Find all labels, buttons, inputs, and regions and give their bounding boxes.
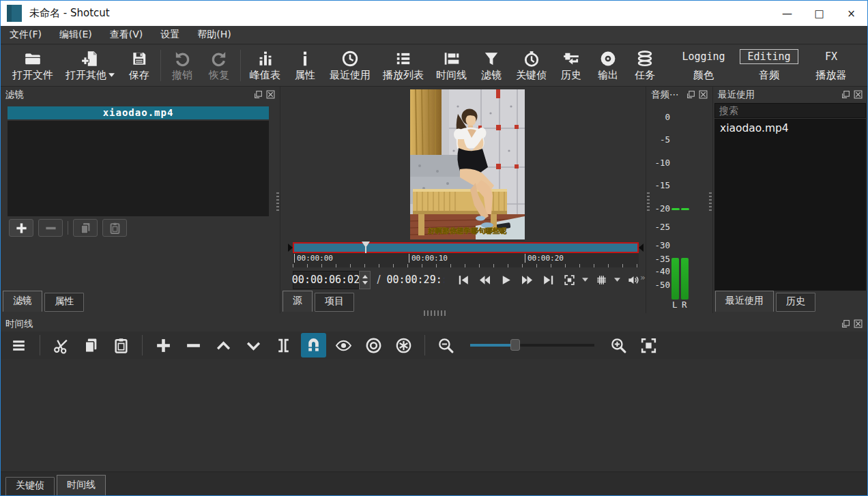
paste-button[interactable] — [108, 333, 134, 358]
trim-out-handle[interactable] — [639, 244, 643, 252]
timeline-button[interactable]: 时间线 — [430, 48, 473, 83]
cut-button[interactable] — [48, 333, 74, 358]
undo-button[interactable]: 撤销 — [164, 48, 201, 83]
ripple-delete-button[interactable] — [181, 333, 206, 358]
player-tab-source[interactable]: 源 — [283, 291, 313, 312]
recent-button[interactable]: 最近使用 — [323, 48, 377, 83]
remove-filter-button[interactable] — [38, 219, 63, 237]
properties-button[interactable]: 属性 — [287, 48, 323, 83]
menu-icon — [10, 337, 27, 354]
maximize-button[interactable]: □ — [803, 1, 835, 26]
current-time-field[interactable]: 00:00:06:02 — [293, 271, 359, 289]
skip-to-start-button[interactable] — [454, 272, 473, 288]
timeline-menu-button[interactable] — [6, 333, 31, 358]
video-subtitle: 好啊那你想学哪句哪些呢 — [427, 227, 507, 235]
skip-to-end-button[interactable] — [538, 272, 558, 288]
ripple-toggle-button[interactable] — [361, 333, 386, 358]
menu-edit[interactable]: 编辑(E) — [50, 26, 101, 44]
split-button[interactable] — [271, 333, 296, 358]
grid-menu-caret[interactable] — [613, 272, 622, 288]
time-spinner[interactable] — [359, 271, 371, 289]
zoom-menu-caret[interactable] — [581, 272, 590, 288]
spin-down-icon[interactable] — [362, 281, 368, 285]
redo-button[interactable]: 恢复 — [201, 48, 237, 83]
overwrite-button[interactable] — [241, 333, 266, 358]
layout-color[interactable]: 颜色 — [693, 69, 714, 82]
zoom-fit-button[interactable] — [636, 333, 661, 358]
time-ruler[interactable]: 00:00:0000:00:1000:00:20 — [293, 253, 639, 267]
float-panel-icon[interactable] — [254, 90, 263, 99]
append-button[interactable] — [151, 333, 176, 358]
recent-tab-recent[interactable]: 最近使用 — [715, 291, 774, 312]
export-button[interactable]: 输出 — [590, 48, 626, 83]
keyframes-button[interactable]: 关键侦 — [510, 48, 553, 83]
close-panel-icon[interactable] — [854, 90, 863, 99]
playlist-button[interactable]: 播放列表 — [377, 48, 430, 83]
layout-fx[interactable]: FX — [825, 50, 837, 63]
open-other-button[interactable]: 打开其他 — [59, 48, 121, 83]
scrub-bar[interactable] — [293, 242, 639, 253]
close-panel-icon[interactable] — [699, 90, 708, 99]
toolbar-overflow-indicator[interactable]: » — [640, 272, 646, 282]
trim-in-handle[interactable] — [288, 244, 293, 252]
bottom-tab-timeline[interactable]: 时间线 — [57, 475, 106, 496]
plus-icon — [15, 222, 28, 235]
timeline-tracks-area[interactable] — [1, 359, 867, 471]
minimize-button[interactable]: — — [771, 1, 803, 26]
snap-toggle-button[interactable] — [301, 333, 326, 358]
bottom-tab-keyframes[interactable]: 关键侦 — [5, 477, 55, 496]
selected-range[interactable] — [293, 242, 639, 253]
menu-settings[interactable]: 设置 — [151, 26, 188, 44]
fast-forward-button[interactable] — [517, 272, 536, 288]
export-label: 输出 — [598, 69, 618, 82]
lift-button[interactable] — [211, 333, 236, 358]
search-input[interactable] — [714, 103, 866, 118]
spin-up-icon[interactable] — [362, 275, 368, 278]
copy-filters-button[interactable] — [73, 219, 98, 237]
scrub-while-dragging-button[interactable] — [331, 333, 356, 358]
open-file-button[interactable]: 打开文件 — [6, 48, 59, 83]
add-filter-button[interactable] — [9, 219, 33, 237]
recent-list-item[interactable]: xiaodao.mp4 — [714, 119, 866, 138]
timeline-zoom-slider[interactable] — [470, 333, 594, 358]
filters-list[interactable] — [8, 121, 269, 216]
grid-button[interactable] — [592, 272, 611, 288]
menu-view[interactable]: 查看(V) — [101, 26, 152, 44]
jobs-button[interactable]: 任务 — [626, 48, 663, 83]
filters-button[interactable]: 滤镜 — [473, 48, 510, 83]
zoom-out-button[interactable] — [433, 333, 459, 358]
player-tab-project[interactable]: 项目 — [315, 293, 354, 312]
menu-file[interactable]: 文件(F) — [1, 26, 50, 44]
zoom-in-button[interactable] — [606, 333, 631, 358]
close-button[interactable]: × — [835, 1, 867, 26]
toggle-zoom-button[interactable] — [560, 272, 579, 288]
copy-button[interactable] — [78, 333, 104, 358]
recent-list[interactable]: xiaodao.mp4 — [714, 119, 866, 291]
slider-thumb[interactable] — [510, 339, 520, 351]
close-panel-icon[interactable] — [266, 90, 275, 99]
layout-logging[interactable]: Logging — [682, 50, 725, 63]
layout-player[interactable]: 播放器 — [816, 69, 847, 82]
menu-help[interactable]: 帮助(H) — [188, 26, 240, 44]
recent-tab-history[interactable]: 历史 — [776, 293, 815, 312]
layout-audio[interactable]: 音频 — [759, 69, 779, 82]
filters-tab-filters[interactable]: 滤镜 — [3, 291, 42, 312]
filters-tab-properties[interactable]: 属性 — [44, 293, 84, 312]
splitter-handle[interactable] — [647, 192, 650, 213]
peak-meter-button[interactable]: 峰值表 — [244, 48, 287, 83]
float-panel-icon[interactable] — [686, 90, 695, 99]
splitter-handle[interactable] — [276, 192, 279, 213]
float-panel-icon[interactable] — [841, 90, 850, 99]
rewind-button[interactable] — [475, 272, 494, 288]
ripple-all-tracks-button[interactable] — [391, 333, 416, 358]
audio-panel-title: 音频⋯ — [651, 89, 679, 101]
layout-editing[interactable]: Editing — [740, 49, 798, 64]
float-panel-icon[interactable] — [841, 319, 850, 328]
paste-filters-button[interactable] — [102, 219, 127, 237]
close-panel-icon[interactable] — [854, 319, 863, 328]
play-button[interactable] — [496, 272, 515, 288]
splitter-handle[interactable] — [709, 192, 712, 213]
save-button[interactable]: 保存 — [121, 48, 158, 83]
current-clip-bar[interactable]: xiaodao.mp4 — [8, 106, 269, 119]
history-button[interactable]: 历史 — [553, 48, 590, 83]
